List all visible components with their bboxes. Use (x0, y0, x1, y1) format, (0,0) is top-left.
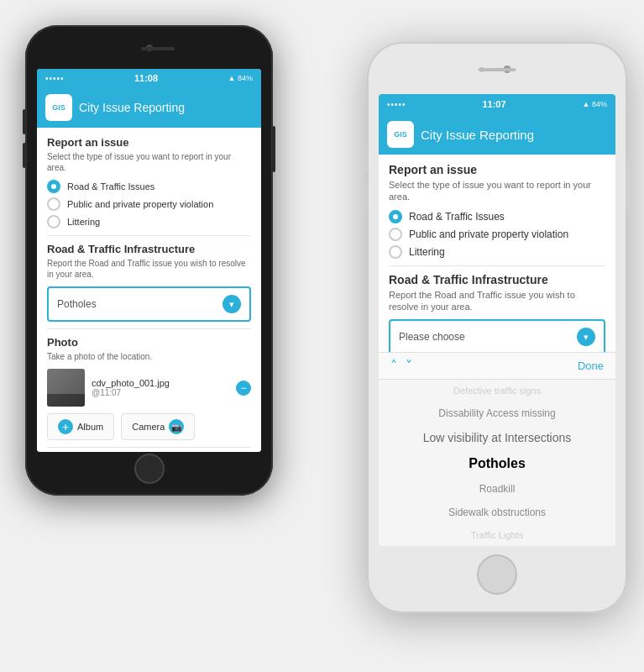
report-section-title-black: Report an issue (47, 136, 251, 149)
photo-section-subtitle-black: Take a photo of the location. (47, 351, 251, 362)
home-button-black[interactable] (134, 454, 165, 484)
picker-item-6[interactable]: Traffic Lights (379, 524, 615, 546)
picker-item-5[interactable]: Sidewalk obstructions (379, 501, 615, 524)
picker-down-arrow[interactable]: ˅ (406, 358, 412, 374)
report-section-subtitle-white: Select the type of issue you want to rep… (389, 179, 605, 203)
dropdown-value-white: Please choose (399, 331, 465, 343)
radio-label-1-white: Road & Traffic Issues (409, 211, 505, 223)
camera-icon-black: 📷 (169, 419, 184, 434)
power-button-white[interactable] (626, 160, 630, 210)
radio-label-3-black: Littering (67, 217, 100, 227)
photo-name-black: cdv_photo_001.jpg (92, 378, 229, 388)
radio-circle-3-black[interactable] (47, 215, 60, 228)
radio-option-2-white[interactable]: Public and private property violation (389, 228, 605, 241)
phone-black: ••••• 11:08 ▲ 84% GIS City Issue Reporti… (25, 25, 273, 496)
home-button-white[interactable] (477, 554, 517, 595)
album-label-black: Album (77, 422, 103, 432)
dropdown-arrow-black[interactable]: ▾ (223, 295, 241, 313)
photo-thumbnail-black (47, 369, 85, 407)
camera-button-black[interactable]: Camera 📷 (121, 413, 195, 440)
radio-option-3-black[interactable]: Littering (47, 215, 251, 228)
phone-white: ••••• 11:07 ▲ 84% GIS City Issue Reporti… (367, 42, 627, 613)
speaker-white (479, 68, 516, 71)
screen-black: ••••• 11:08 ▲ 84% GIS City Issue Reporti… (37, 69, 261, 452)
picker-done-button[interactable]: Done (578, 360, 604, 372)
logo-black: GIS (45, 94, 72, 121)
picker-nav-white: ˄ ˅ (390, 358, 412, 374)
picker-overlay-white: ˄ ˅ Done Defective traffic signs Dissabi… (379, 352, 615, 546)
photo-remove-btn-black[interactable]: − (236, 381, 251, 396)
app-title-white: City Issue Reporting (421, 128, 534, 142)
divider-3-black (47, 447, 251, 448)
dropdown-arrow-white[interactable]: ▾ (577, 328, 595, 346)
signal-dots-black: ••••• (45, 74, 65, 83)
status-icons-white: ▲ 84% (583, 100, 607, 108)
radio-option-1-black[interactable]: Road & Traffic Issues (47, 180, 251, 193)
radio-label-2-black: Public and private property violation (67, 199, 213, 209)
infra-section-title-black: Road & Traffic Infrastructure (47, 243, 251, 255)
app-screen-white: ••••• 11:07 ▲ 84% GIS City Issue Reporti… (379, 94, 615, 546)
status-icons-black: ▲ 84% (228, 74, 253, 82)
screen-white: ••••• 11:07 ▲ 84% GIS City Issue Reporti… (379, 94, 615, 546)
status-bar-white: ••••• 11:07 ▲ 84% (379, 94, 615, 114)
album-button-black[interactable]: + Album (47, 413, 114, 440)
photo-info-black: cdv_photo_001.jpg @11:07 (92, 378, 229, 397)
radio-label-3-white: Littering (409, 246, 445, 258)
picker-item-4[interactable]: Roadkill (379, 477, 615, 501)
infrastructure-dropdown-white[interactable]: Please choose ▾ (389, 319, 605, 352)
photo-time-black: @11:07 (92, 388, 229, 397)
radio-option-1-white[interactable]: Road & Traffic Issues (389, 210, 605, 223)
infra-section-subtitle-black: Report the Road and Traffic issue you wi… (47, 258, 251, 280)
time-white: 11:07 (482, 99, 505, 109)
picker-list-white: Defective traffic signs Dissability Acce… (379, 380, 615, 546)
app-title-black: City Issue Reporting (79, 101, 185, 114)
report-section-title-white: Report an issue (389, 163, 605, 176)
radio-option-3-white[interactable]: Littering (389, 245, 605, 259)
radio-circle-1-black[interactable] (47, 180, 60, 193)
app-content-black[interactable]: Report an issue Select the type of issue… (37, 128, 261, 452)
divider-1-black (47, 235, 251, 236)
app-content-white[interactable]: Report an issue Select the type of issue… (379, 155, 615, 352)
power-button-black[interactable] (272, 126, 275, 172)
app-header-black: GIS City Issue Reporting (37, 87, 261, 128)
radio-label-2-white: Public and private property violation (409, 228, 568, 240)
picker-item-3[interactable]: Potholes (379, 450, 615, 477)
time-black: 11:08 (134, 73, 158, 83)
picker-item-1[interactable]: Dissability Access missing (379, 402, 615, 425)
vol-up-button-black[interactable] (23, 109, 26, 134)
plus-icon-black: + (58, 419, 73, 434)
speaker-black (141, 47, 175, 50)
btn-row-black: + Album Camera 📷 (47, 413, 251, 440)
radio-circle-1-white[interactable] (389, 210, 402, 223)
picker-item-0[interactable]: Defective traffic signs (379, 380, 615, 402)
infra-section-title-white: Road & Traffic Infrastructure (389, 273, 605, 286)
picker-up-arrow[interactable]: ˄ (390, 358, 397, 374)
photo-section-title-black: Photo (47, 336, 251, 349)
divider-2-black (47, 328, 251, 329)
signal-dots-white: ••••• (387, 100, 406, 109)
divider-1-white (389, 265, 605, 266)
logo-text-white: GIS (394, 131, 407, 139)
app-header-white: GIS City Issue Reporting (379, 114, 615, 155)
picker-item-2[interactable]: Low visibility at Intersections (379, 425, 615, 450)
radio-circle-3-white[interactable] (389, 245, 402, 259)
vol-up-button-white[interactable] (364, 143, 368, 172)
vol-down-button-white[interactable] (364, 181, 368, 210)
dropdown-value-black: Potholes (57, 298, 97, 310)
camera-label-black: Camera (132, 422, 165, 432)
vol-down-button-black[interactable] (23, 143, 26, 168)
app-screen-black: ••••• 11:08 ▲ 84% GIS City Issue Reporti… (37, 69, 261, 452)
picker-toolbar-white: ˄ ˅ Done (379, 353, 615, 380)
logo-white: GIS (387, 121, 414, 148)
status-bar-black: ••••• 11:08 ▲ 84% (37, 69, 261, 87)
infra-section-subtitle-white: Report the Road and Traffic issue you wi… (389, 289, 605, 313)
radio-option-2-black[interactable]: Public and private property violation (47, 197, 251, 211)
radio-circle-2-black[interactable] (47, 197, 60, 211)
photo-row-black: cdv_photo_001.jpg @11:07 − (47, 369, 251, 407)
logo-text-black: GIS (52, 104, 65, 112)
radio-circle-2-white[interactable] (389, 228, 402, 241)
report-section-subtitle-black: Select the type of issue you want to rep… (47, 151, 251, 173)
infrastructure-dropdown-black[interactable]: Potholes ▾ (47, 286, 251, 322)
radio-label-1-black: Road & Traffic Issues (67, 181, 154, 192)
